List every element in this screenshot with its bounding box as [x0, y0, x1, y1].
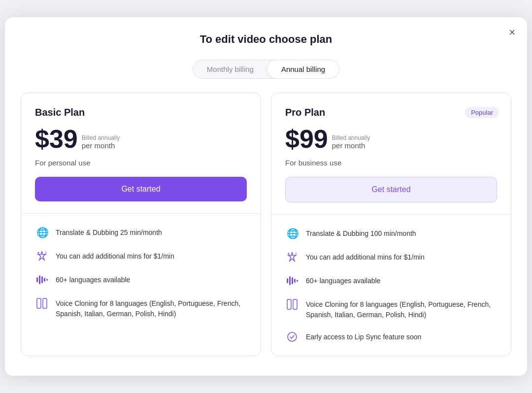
plan-card-pro: Pro Plan Popular $99 Billed annually per… [271, 93, 511, 356]
waveform-icon [35, 273, 49, 287]
feature-item: You can add additional mins for $1/min [35, 249, 247, 263]
feature-item: 60+ languages available [285, 274, 497, 288]
svg-rect-15 [292, 277, 293, 284]
feature-item: Voice Cloning for 8 languages (English, … [285, 297, 497, 320]
feature-text: Translate & Dubbing 100 min/month [306, 227, 416, 239]
pricing-modal: × To edit video choose plan Monthly bill… [5, 17, 527, 376]
price-row: $39 Billed annually per month [35, 126, 247, 152]
svg-text:🌐: 🌐 [36, 227, 48, 238]
plan-header-basic: Basic Plan $39 Billed annually per month… [21, 93, 261, 214]
billing-toggle-container: Monthly billing Annual billing [193, 60, 339, 79]
price-details: Billed annually per month [82, 134, 120, 152]
feature-text: Voice Cloning for 8 languages (English, … [306, 297, 497, 320]
monthly-billing-button[interactable]: Monthly billing [193, 60, 267, 78]
svg-rect-9 [43, 298, 47, 308]
feature-item: Voice Cloning for 8 languages (English, … [35, 296, 247, 319]
close-button[interactable]: × [509, 27, 515, 38]
svg-rect-4 [39, 275, 40, 284]
feature-text: You can add additional mins for $1/min [306, 250, 425, 262]
waveform-icon [285, 274, 299, 288]
billing-toggle: Monthly billing Annual billing [21, 60, 511, 79]
svg-rect-18 [287, 299, 291, 309]
price-amount: $99 [285, 126, 328, 152]
svg-rect-17 [297, 280, 298, 282]
modal-title: To edit video choose plan [21, 33, 511, 46]
voice-clone-icon [285, 297, 299, 311]
feature-text: Voice Cloning for 8 languages (English, … [56, 296, 247, 319]
plan-header-pro: Pro Plan Popular $99 Billed annually per… [271, 93, 511, 215]
plan-name: Basic Plan [35, 107, 247, 118]
sparkle-icon [35, 249, 49, 263]
plan-features-basic: 🌐 Translate & Dubbing 25 min/month You c… [21, 214, 261, 331]
translate-icon: 🌐 [285, 227, 299, 240]
get-started-button-basic[interactable]: Get started [35, 177, 247, 201]
plan-subtitle: For personal use [35, 159, 247, 167]
plan-features-pro: 🌐 Translate & Dubbing 100 min/month You … [271, 215, 511, 356]
svg-rect-8 [37, 298, 41, 308]
plan-card-basic: Basic Plan $39 Billed annually per month… [21, 93, 261, 356]
svg-rect-5 [41, 276, 43, 283]
feature-text: Early access to Lip Sync feature soon [306, 330, 421, 342]
price-row: $99 Billed annually per month [285, 126, 497, 152]
sparkle-icon [285, 250, 299, 264]
feature-item: 60+ languages available [35, 273, 247, 287]
feature-item: You can add additional mins for $1/min [285, 250, 497, 264]
svg-rect-19 [293, 299, 297, 309]
svg-rect-13 [287, 278, 288, 283]
svg-point-1 [38, 252, 39, 254]
plan-subtitle: For business use [285, 159, 497, 167]
voice-clone-icon [35, 296, 49, 310]
svg-rect-7 [46, 279, 48, 281]
price-details: Billed annually per month [332, 134, 370, 152]
feature-item: Early access to Lip Sync feature soon [285, 330, 497, 344]
svg-point-2 [45, 252, 46, 253]
translate-icon: 🌐 [35, 226, 49, 239]
feature-text: 60+ languages available [56, 273, 130, 285]
per-month: per month [82, 141, 120, 150]
svg-point-12 [296, 253, 297, 254]
billed-annually: Billed annually [82, 134, 120, 141]
check-circle-icon [285, 330, 299, 344]
plans-container: Basic Plan $39 Billed annually per month… [21, 93, 511, 356]
svg-rect-3 [36, 277, 38, 282]
feature-text: You can add additional mins for $1/min [56, 249, 174, 262]
per-month: per month [332, 141, 370, 150]
popular-badge: Popular [465, 107, 499, 118]
billed-annually: Billed annually [332, 134, 370, 141]
svg-point-11 [288, 253, 290, 255]
feature-item: 🌐 Translate & Dubbing 25 min/month [35, 226, 247, 239]
svg-rect-16 [294, 279, 296, 283]
feature-item: 🌐 Translate & Dubbing 100 min/month [285, 227, 497, 240]
feature-text: Translate & Dubbing 25 min/month [56, 226, 162, 238]
svg-rect-14 [289, 276, 291, 285]
price-amount: $39 [35, 126, 78, 152]
get-started-button-pro[interactable]: Get started [285, 177, 497, 202]
annual-billing-button[interactable]: Annual billing [267, 60, 339, 78]
svg-text:🌐: 🌐 [287, 228, 299, 239]
svg-rect-6 [44, 278, 45, 282]
feature-text: 60+ languages available [306, 274, 380, 286]
svg-point-20 [288, 332, 297, 341]
